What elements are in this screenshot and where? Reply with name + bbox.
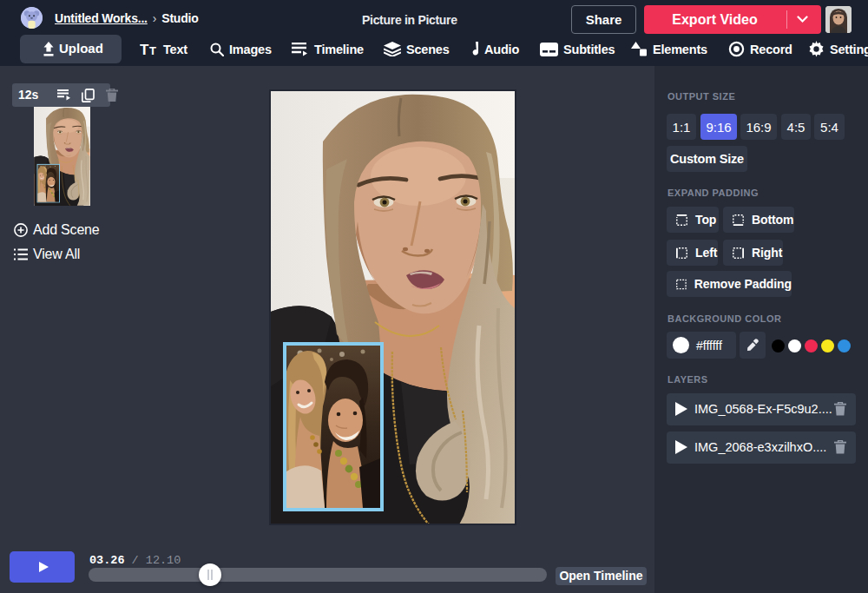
svg-text:T: T <box>140 43 149 56</box>
svg-text:T: T <box>149 44 156 56</box>
